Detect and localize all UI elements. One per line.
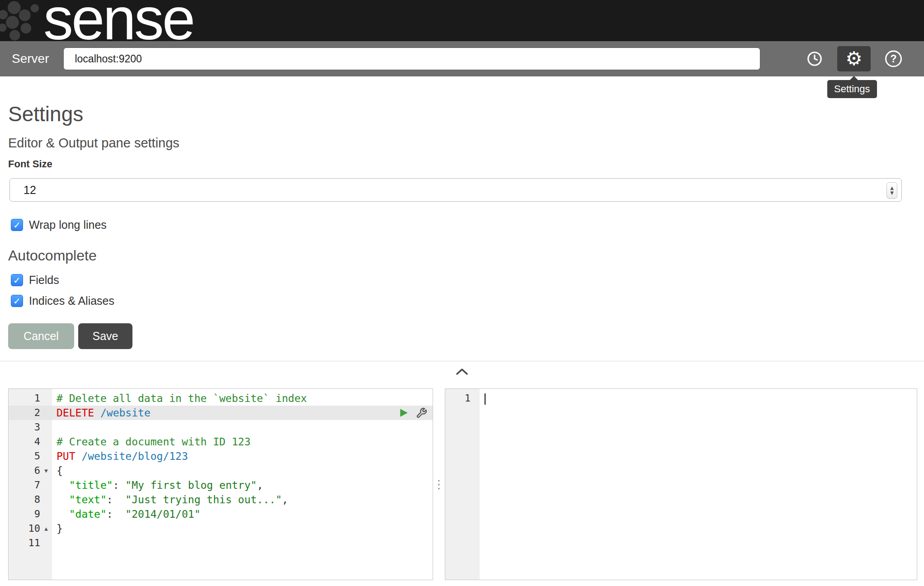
fields-label: Fields [29,274,59,287]
line-number: 5 [9,449,52,463]
code-line[interactable]: DELETE /website [52,406,433,420]
wrap-long-lines-label: Wrap long lines [29,218,107,232]
line-number: 9 [9,507,52,521]
code-line[interactable]: PUT /website/blog/123 [52,449,433,463]
request-gutter: 123456▾78910▴11 [9,389,52,580]
wrap-long-lines-row: ✓ Wrap long lines [11,219,924,231]
gear-icon: ⚙ [845,49,863,68]
tooltip-label: Settings [834,83,870,95]
font-size-label: Font Size [8,159,924,170]
collapse-bar [0,361,924,382]
check-icon: ✓ [13,276,21,285]
history-button[interactable] [806,50,824,68]
drag-handle-icon: ⋮ [433,478,445,490]
line-number: 6▾ [9,463,52,478]
request-line-actions [399,406,427,420]
server-input[interactable] [63,47,760,70]
settings-actions: Cancel Save [8,323,924,349]
settings-subtitle: Editor & Output pane settings [8,135,924,151]
request-code[interactable]: # Delete all data in the `website` index… [52,389,433,580]
collapse-panel-icon[interactable] [456,368,468,375]
code-line[interactable]: } [52,521,433,536]
request-editor-pane[interactable]: 123456▾78910▴11 # Delete all data in the… [8,388,433,580]
indices-aliases-row: ✓ Indices & Aliases [11,295,924,307]
server-toolbar: Server ⚙ ? [0,41,924,76]
line-number: 1 [445,391,480,406]
code-line[interactable]: "title": "My first blog entry", [52,478,433,492]
indices-aliases-checkbox[interactable]: ✓ [11,295,23,307]
settings-button[interactable]: ⚙ [837,46,871,71]
save-button[interactable]: Save [78,323,132,349]
code-line[interactable] [52,536,433,550]
settings-panel: Settings Editor & Output pane settings F… [0,76,924,361]
font-size-stepper[interactable]: ▲ ▼ [886,182,897,198]
code-line[interactable] [52,420,433,435]
code-line[interactable] [480,391,917,406]
code-line[interactable]: { [52,463,433,478]
indices-aliases-label: Indices & Aliases [29,294,114,307]
code-line[interactable]: # Delete all data in the `website` index [52,391,433,406]
clock-icon [806,50,823,67]
code-line[interactable]: "date": "2014/01/01" [52,507,433,521]
line-number: 1 [9,391,52,406]
text-cursor [485,393,486,405]
cancel-button[interactable]: Cancel [8,323,74,349]
wrench-icon[interactable] [416,407,427,419]
sense-logo-icon [0,0,42,41]
fold-open-icon[interactable]: ▾ [42,463,51,478]
help-button[interactable]: ? [885,51,902,67]
font-size-input[interactable]: 12 ▲ ▼ [9,178,902,202]
fields-row: ✓ Fields [11,274,924,286]
line-number: 3 [9,420,52,435]
line-number: 4 [9,435,52,449]
autocomplete-title: Autocomplete [8,247,924,264]
server-label: Server [12,52,49,66]
output-pane[interactable]: 1 [445,388,917,580]
output-gutter: 1 [445,389,480,580]
editor-area: 123456▾78910▴11 # Delete all data in the… [8,388,917,580]
font-size-value: 12 [24,184,36,197]
settings-tooltip: Settings [827,80,877,98]
code-line[interactable]: "text": "Just trying this out...", [52,492,433,507]
line-number: 2 [9,406,52,420]
line-number: 7 [9,478,52,492]
question-icon: ? [890,53,896,65]
page-title: Settings [8,102,924,126]
fields-checkbox[interactable]: ✓ [11,274,23,286]
fold-close-icon[interactable]: ▴ [42,521,51,536]
app-logo: sense [43,0,193,39]
pane-resizer[interactable]: ⋮ [433,388,445,580]
wrap-long-lines-checkbox[interactable]: ✓ [11,219,23,231]
line-number: 10▴ [9,521,52,536]
stepper-up-icon[interactable]: ▲ [890,185,894,190]
check-icon: ✓ [13,221,21,230]
code-line[interactable]: # Create a document with ID 123 [52,435,433,449]
check-icon: ✓ [13,297,21,306]
run-request-icon[interactable] [399,408,409,418]
tooltip-arrow [849,76,858,80]
line-number: 11 [9,536,52,550]
line-number: 8 [9,492,52,507]
app-header: sense [0,0,924,41]
stepper-down-icon[interactable]: ▼ [890,190,894,195]
output-code[interactable] [480,389,917,580]
